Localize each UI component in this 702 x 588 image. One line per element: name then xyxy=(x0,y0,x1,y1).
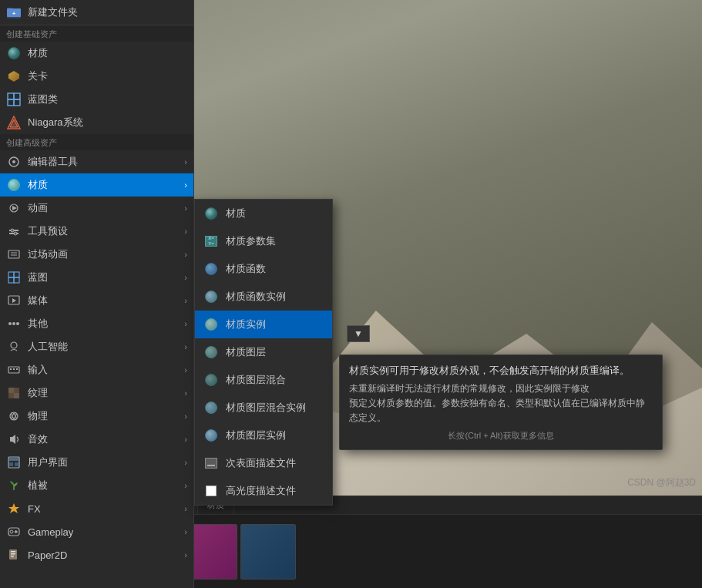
sidebar-item-ui[interactable]: 用户界面 › xyxy=(0,451,193,474)
submenu-material-param-label: 材质参数集 xyxy=(226,234,276,248)
gameplay-arrow-icon: › xyxy=(184,527,187,536)
sidebar: + 新建文件夹 创建基础资产 材质 关卡 蓝图类 xyxy=(0,0,194,588)
editor-tools-icon xyxy=(6,154,22,170)
svg-rect-41 xyxy=(9,458,18,461)
submenu-subsurface[interactable]: 次表面描述文件 xyxy=(195,449,332,477)
physics-arrow-icon: › xyxy=(184,412,187,421)
svg-text:+: + xyxy=(12,10,16,17)
material-advanced-label: 材质 xyxy=(28,178,184,192)
submenu-material-icon xyxy=(203,205,220,222)
blueprint2-icon xyxy=(6,270,22,285)
fx-arrow-icon: › xyxy=(184,504,187,513)
submenu-material-layer-inst-label: 材质图层实例 xyxy=(226,428,286,442)
input-icon xyxy=(6,362,22,378)
paper2d-label: Paper2D xyxy=(28,549,184,561)
submenu-material-layer-blend-inst-label: 材质图层混合实例 xyxy=(226,401,306,415)
sidebar-item-other[interactable]: 其他 › xyxy=(0,312,193,335)
ui-arrow-icon: › xyxy=(184,458,187,467)
ai-icon xyxy=(6,339,22,354)
sidebar-item-physics[interactable]: 物理 › xyxy=(0,405,193,428)
csdn-watermark: CSDN @阿赵3D xyxy=(627,476,696,489)
submenu-material-func[interactable]: 材质函数 xyxy=(195,255,332,283)
level-icon xyxy=(6,69,22,84)
sidebar-item-fx[interactable]: FX › xyxy=(0,497,193,520)
sidebar-item-level[interactable]: 关卡 xyxy=(0,65,193,88)
material-submenu: 材质 X=Y= 材质参数集 材质函数 材质函数实例 材质实例 材质图层 xyxy=(194,199,333,506)
asset-thumb-5[interactable] xyxy=(240,524,296,580)
material-advanced-arrow-icon: › xyxy=(184,180,187,190)
sidebar-item-blueprint[interactable]: 蓝图类 xyxy=(0,88,193,111)
other-arrow-icon: › xyxy=(184,319,187,328)
sidebar-item-audio[interactable]: 音效 › xyxy=(0,428,193,451)
submenu-material-func-label: 材质函数 xyxy=(226,262,266,276)
physics-icon xyxy=(6,408,22,424)
svg-rect-43 xyxy=(15,462,18,466)
svg-rect-33 xyxy=(16,368,18,370)
svg-rect-18 xyxy=(8,250,19,258)
svg-point-16 xyxy=(11,229,14,232)
other-label: 其他 xyxy=(28,317,184,331)
submenu-subsurface-icon xyxy=(203,455,220,472)
material-advanced-icon xyxy=(6,177,22,193)
svg-rect-50 xyxy=(11,553,15,555)
svg-rect-35 xyxy=(8,388,14,393)
viewport-dropdown-button[interactable]: ▼ xyxy=(347,325,370,342)
tooltip-body1: 未重新编译时无法进行材质的常规修改，因此实例限于修改 xyxy=(349,381,653,396)
sidebar-item-blueprint2[interactable]: 蓝图 › xyxy=(0,266,193,289)
sidebar-item-input[interactable]: 输入 › xyxy=(0,358,193,381)
sidebar-item-sequencer[interactable]: 过场动画 › xyxy=(0,243,193,266)
fx-icon xyxy=(6,501,22,516)
submenu-material-layer-blend[interactable]: 材质图层混合 xyxy=(195,366,332,394)
dropdown-arrow-icon: ▼ xyxy=(354,328,363,339)
tooltip-title: 材质实例可用于修改材质外观，不会触发高开销的材质重编译。 xyxy=(349,363,653,378)
audio-label: 音效 xyxy=(28,432,184,446)
submenu-material-func-inst-label: 材质函数实例 xyxy=(226,290,286,304)
new-folder-item[interactable]: + 新建文件夹 xyxy=(0,0,193,25)
sequencer-icon xyxy=(6,247,22,262)
sidebar-item-ai[interactable]: 人工智能 › xyxy=(0,335,193,358)
ai-arrow-icon: › xyxy=(184,342,187,351)
svg-point-26 xyxy=(8,322,12,325)
sidebar-item-gameplay[interactable]: Gameplay › xyxy=(0,520,193,543)
audio-arrow-icon: › xyxy=(184,435,187,444)
submenu-material[interactable]: 材质 xyxy=(195,200,332,227)
svg-rect-42 xyxy=(9,462,13,466)
submenu-material-layer[interactable]: 材质图层 xyxy=(195,338,332,366)
submenu-material-inst[interactable]: 材质实例 xyxy=(195,311,332,338)
new-folder-label: 新建文件夹 xyxy=(28,5,78,19)
submenu-material-func-inst[interactable]: 材质函数实例 xyxy=(195,283,332,311)
submenu-material-layer-inst[interactable]: 材质图层实例 xyxy=(195,422,332,449)
sidebar-item-material-basic[interactable]: 材质 xyxy=(0,42,193,65)
ui-label: 用户界面 xyxy=(28,455,184,469)
submenu-material-label: 材质 xyxy=(226,207,246,220)
sidebar-item-paper2d[interactable]: Paper2D › xyxy=(0,543,193,566)
sidebar-item-media[interactable]: 媒体 › xyxy=(0,289,193,312)
submenu-material-param[interactable]: X=Y= 材质参数集 xyxy=(195,227,332,255)
tool-preset-icon xyxy=(6,223,22,239)
sidebar-item-foliage[interactable]: 植被 › xyxy=(0,474,193,497)
sidebar-item-niagara[interactable]: Niagara系统 xyxy=(0,111,193,134)
blueprint2-label: 蓝图 xyxy=(28,270,184,284)
foliage-icon xyxy=(6,478,22,493)
paper2d-icon xyxy=(6,547,22,563)
submenu-highlight[interactable]: 高光度描述文件 xyxy=(195,477,332,505)
texture-icon xyxy=(6,385,22,401)
sidebar-item-material-advanced[interactable]: 材质 › xyxy=(0,173,193,197)
sidebar-item-editor-tools[interactable]: 编辑器工具 › xyxy=(0,150,193,173)
physics-label: 物理 xyxy=(28,409,184,423)
sequencer-arrow-icon: › xyxy=(184,250,187,259)
svg-rect-49 xyxy=(11,551,15,553)
sidebar-item-tool-preset[interactable]: 工具预设 › xyxy=(0,220,193,243)
material-basic-label: 材质 xyxy=(28,46,187,60)
submenu-material-layer-blend-label: 材质图层混合 xyxy=(226,373,286,387)
sequencer-label: 过场动画 xyxy=(28,247,184,261)
texture-label: 纹理 xyxy=(28,386,184,400)
submenu-material-layer-blend-inst[interactable]: 材质图层混合实例 xyxy=(195,394,332,422)
sidebar-item-animation[interactable]: 动画 › xyxy=(0,197,193,220)
submenu-subsurface-label: 次表面描述文件 xyxy=(226,456,296,470)
create-advanced-section-label: 创建高级资产 xyxy=(0,134,193,150)
submenu-material-layer-inst-icon xyxy=(203,427,220,444)
input-label: 输入 xyxy=(28,363,184,377)
ai-label: 人工智能 xyxy=(28,340,184,354)
sidebar-item-texture[interactable]: 纹理 › xyxy=(0,381,193,405)
